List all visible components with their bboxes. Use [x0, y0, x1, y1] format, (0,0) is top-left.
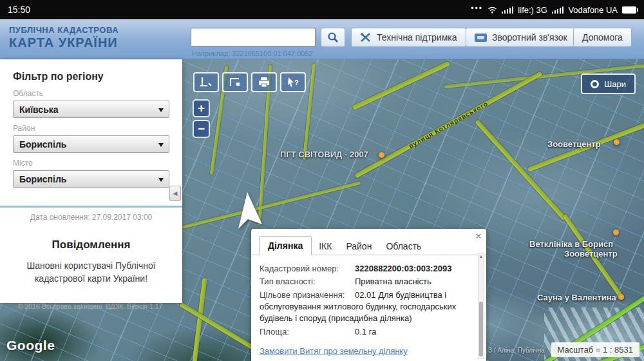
selected-location-pointer-icon — [238, 192, 263, 229]
tab-rayon[interactable]: Район — [339, 237, 379, 255]
map-toolbar: ? — [193, 72, 306, 92]
update-date: Дата оновлення: 27.09.2017 03:00 — [12, 213, 171, 222]
message-title: Повідомлення — [12, 239, 171, 251]
search-input[interactable] — [191, 28, 316, 46]
popup-tabs: Ділянка ІКК Район Область — [251, 229, 486, 255]
sidebar-collapse-button[interactable]: ◀ — [169, 186, 181, 201]
carrier-1: life:) 3G — [518, 5, 547, 15]
popup-scrollbar[interactable]: ▲ — [478, 253, 484, 359]
battery-icon — [622, 6, 636, 14]
svg-text:?: ? — [294, 79, 299, 86]
measure-distance-icon — [200, 77, 213, 88]
measure-distance-button[interactable] — [193, 72, 219, 92]
city-label: Місто — [13, 159, 169, 168]
purpose-row: Цільове призначення:02.01 Для будівництв… — [260, 289, 471, 325]
notification-dots-icon: ••• — [471, 4, 483, 13]
site-logo: ПУБЛІЧНА КАДАСТРОВА КАРТА УКРАЇНИ — [9, 26, 118, 50]
order-extract-parcel-link[interactable]: Замовити Витяг про земельну ділянку — [260, 346, 471, 356]
app-screen: 15:50 ••• life:) 3G Vodafone UA ПУБЛІЧНА… — [0, 0, 644, 361]
city-select[interactable]: Бориспіль — [13, 170, 169, 188]
region-filter-panel: Фільтр по регіону Область Київська Район… — [0, 59, 182, 303]
app-header: ПУБЛІЧНА КАДАСТРОВА КАРТА УКРАЇНИ Наприк… — [0, 19, 644, 59]
zoom-control: + − — [193, 99, 210, 141]
chevron-down-icon — [158, 178, 164, 182]
poi-label-zoovet-2: Зооветцентр — [564, 249, 618, 259]
zoom-out-button[interactable]: − — [193, 120, 210, 138]
poi-label-vetclinic: Ветклініка в Борисп — [529, 239, 613, 249]
tab-oblast[interactable]: Область — [379, 237, 428, 255]
close-icon[interactable]: × — [475, 230, 482, 243]
ownership-type-row: Тип власності:Приватна власність — [260, 276, 471, 288]
wifi-icon — [488, 6, 497, 14]
message-icon — [475, 34, 487, 42]
parcel-info-popup: × Ділянка ІКК Район Область Кадастровий … — [251, 229, 486, 361]
poi-marker[interactable] — [614, 139, 620, 145]
message-text: Шановні користувачі Публічної кадастрово… — [12, 259, 171, 286]
clock: 15:50 — [8, 5, 30, 15]
signal-bars-icon — [552, 6, 564, 14]
scrollbar-thumb[interactable] — [479, 302, 483, 356]
poi-marker[interactable] — [613, 229, 619, 235]
help-button[interactable]: Допомога — [573, 28, 632, 47]
printer-icon — [258, 77, 270, 88]
signal-bars-icon — [502, 6, 514, 14]
tools-icon — [360, 32, 372, 43]
rayon-select[interactable]: Бориспіль — [13, 135, 169, 153]
poi-label-sauna: Сауна у Валентина — [537, 293, 616, 302]
message-panel: Дата оновлення: 27.09.2017 03:00 Повідом… — [0, 208, 182, 315]
status-bar: 15:50 ••• life:) 3G Vodafone UA — [0, 0, 644, 19]
cursor-help-icon: ? — [287, 77, 299, 88]
identify-tool-button[interactable]: ? — [280, 72, 306, 92]
rayon-label: Район — [13, 124, 169, 133]
search-icon — [327, 32, 339, 43]
zoom-in-button[interactable]: + — [193, 99, 210, 117]
tab-dilyanka[interactable]: Ділянка — [259, 236, 312, 255]
scroll-up-icon[interactable]: ▲ — [478, 254, 484, 259]
carrier-2: Vodafone UA — [568, 5, 618, 15]
search-hint: Наприклад: 3221655100:01:047:0052 — [192, 50, 313, 57]
area-row: Площа:0.1 га — [260, 326, 471, 338]
map-attribution: З / Аліна, Публічна — [488, 347, 545, 354]
tech-support-button[interactable]: Технічна підтримка — [351, 28, 466, 47]
settlement-label: ПГТ СВІТОВИД - 2007 — [280, 150, 368, 159]
cadastral-number-row: Кадастровий номер:3220882200:03:003:2093 — [260, 263, 471, 275]
tab-ikk[interactable]: ІКК — [312, 237, 339, 255]
feedback-button[interactable]: Зворотний зв'язок — [466, 28, 576, 47]
layers-button[interactable]: Шари — [581, 73, 636, 94]
measure-area-icon — [229, 77, 242, 88]
copyright-text: © 2016 Всі права захищені. ЦДЗК. Версія … — [12, 302, 171, 310]
poi-label-zoovet-1: Зооветцентр — [547, 139, 601, 149]
google-logo: Google — [6, 338, 55, 353]
poi-marker[interactable] — [379, 152, 384, 158]
oblast-label: Область — [13, 89, 169, 98]
measure-area-button[interactable] — [222, 72, 248, 92]
popup-body: Кадастровий номер:3220882200:03:003:2093… — [251, 255, 486, 361]
oblast-select[interactable]: Київська — [13, 101, 169, 118]
gear-icon — [591, 80, 599, 88]
chevron-down-icon — [158, 143, 164, 147]
print-button[interactable] — [251, 72, 277, 92]
poi-marker[interactable] — [618, 294, 624, 300]
filter-title: Фільтр по регіону — [13, 71, 169, 83]
search-button[interactable] — [321, 28, 345, 47]
scale-indicator: Масштаб = 1 : 8531 — [551, 342, 639, 357]
chevron-down-icon — [158, 108, 164, 112]
